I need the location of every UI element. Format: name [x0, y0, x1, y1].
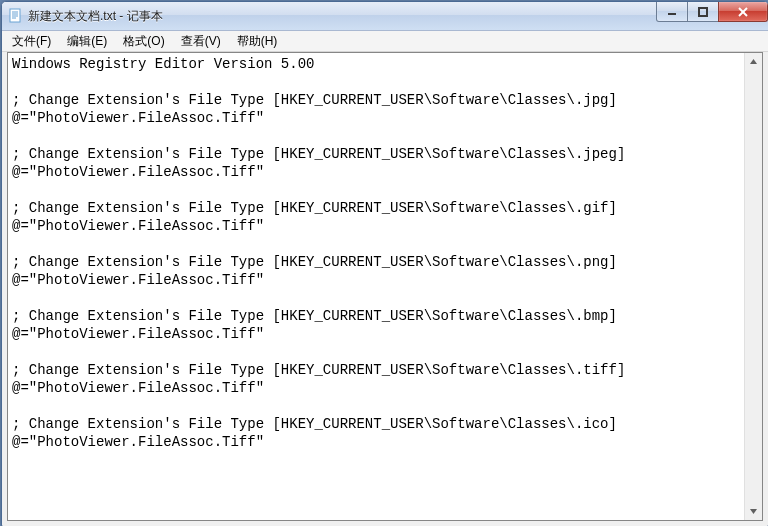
- text-editor[interactable]: Windows Registry Editor Version 5.00 ; C…: [8, 53, 744, 520]
- close-icon: [737, 7, 749, 17]
- menu-help[interactable]: 帮助(H): [229, 31, 286, 52]
- scroll-up-button[interactable]: [745, 53, 762, 70]
- maximize-icon: [698, 7, 708, 17]
- chevron-down-icon: [749, 507, 758, 516]
- minimize-icon: [667, 7, 677, 17]
- menu-view[interactable]: 查看(V): [173, 31, 229, 52]
- notepad-window: 新建文本文档.txt - 记事本: [1, 1, 768, 526]
- notepad-icon: [8, 8, 24, 24]
- chevron-up-icon: [749, 57, 758, 66]
- svg-marker-10: [750, 509, 757, 514]
- client-area: Windows Registry Editor Version 5.00 ; C…: [7, 52, 763, 521]
- titlebar[interactable]: 新建文本文档.txt - 记事本: [2, 2, 768, 31]
- menubar: 文件(F) 编辑(E) 格式(O) 查看(V) 帮助(H): [2, 31, 768, 52]
- svg-marker-9: [750, 59, 757, 64]
- scroll-down-button[interactable]: [745, 503, 762, 520]
- window-title: 新建文本文档.txt - 记事本: [28, 8, 657, 25]
- minimize-button[interactable]: [656, 2, 688, 22]
- close-button[interactable]: [718, 2, 768, 22]
- svg-rect-6: [699, 8, 707, 16]
- menu-file[interactable]: 文件(F): [4, 31, 59, 52]
- vertical-scrollbar[interactable]: [744, 53, 762, 520]
- svg-rect-5: [668, 13, 676, 15]
- menu-edit[interactable]: 编辑(E): [59, 31, 115, 52]
- menu-format[interactable]: 格式(O): [115, 31, 172, 52]
- maximize-button[interactable]: [687, 2, 719, 22]
- window-controls: [657, 2, 768, 30]
